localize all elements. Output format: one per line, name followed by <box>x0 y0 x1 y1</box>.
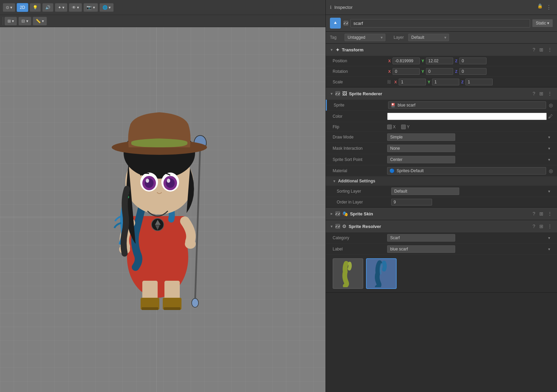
globe-tool-button[interactable]: 🌐 ▾ <box>99 3 114 12</box>
additional-settings-chevron: ▼ <box>333 179 336 183</box>
scale-z-input[interactable] <box>465 79 493 85</box>
scale-y-input[interactable] <box>432 79 459 85</box>
sprite-sort-point-select-wrapper: Center ▼ <box>387 156 553 163</box>
sprite-skin-enabled-checkbox[interactable]: ✓ <box>335 211 340 216</box>
transform-help-icon[interactable]: ? <box>532 46 536 53</box>
rotation-label: Rotation <box>333 69 387 74</box>
tag-select[interactable]: Untagged <box>345 34 385 41</box>
category-select-wrapper: Scarf ▼ <box>387 234 553 242</box>
rotation-z-label: Z <box>454 69 459 74</box>
material-field[interactable]: 🔵 Sprites-Default <box>387 167 546 175</box>
transform-title: Transform <box>342 47 364 52</box>
sprite-renderer-enabled-checkbox[interactable]: ✓ <box>335 91 340 96</box>
order-in-layer-input[interactable] <box>391 199 432 206</box>
sprite-skin-component: ▼ ✓ 🎭 Sprite Skin ? ⊞ ⋮ <box>326 208 557 220</box>
object-name-input[interactable] <box>350 19 530 28</box>
color-swatch[interactable] <box>387 113 547 120</box>
sprite-sort-point-row: Sprite Sort Point Center ▼ <box>326 154 557 165</box>
sprite-resolver-help-icon[interactable]: ? <box>532 223 536 230</box>
sprite-resolver-component: ▼ ✓ ⚙ Sprite Resolver ? ⊞ ⋮ Category Sca… <box>326 220 557 293</box>
material-name: Sprites-Default <box>397 168 424 173</box>
sprite-target-icon[interactable]: ◎ <box>549 102 553 108</box>
fx-tool-button[interactable]: ✦ ▾ <box>55 3 67 12</box>
sprite-resolver-header[interactable]: ▼ ✓ ⚙ Sprite Resolver ? ⊞ ⋮ <box>326 220 557 232</box>
dots-menu-icon[interactable]: ⋮ <box>545 3 553 11</box>
layer-select[interactable]: Default <box>408 34 449 41</box>
sprite-renderer-component: ▼ ✓ 🖼 Sprite Renderer ? ⊞ ⋮ Sprite 🎴 <box>326 87 557 208</box>
inspector-title: Inspector <box>334 5 352 10</box>
sprite-renderer-settings-icon[interactable]: ⊞ <box>539 90 544 97</box>
sprite-thumb-blue-scarf[interactable] <box>366 258 397 289</box>
hand-tool-button[interactable]: ⊙ ▾ <box>3 3 15 12</box>
additional-settings-header[interactable]: ▼ Additional Settings <box>326 177 557 186</box>
svg-rect-9 <box>142 307 158 310</box>
sorting-layer-select[interactable]: Default <box>391 187 459 195</box>
material-label: Material <box>333 168 387 173</box>
svg-point-12 <box>185 239 196 249</box>
svg-point-2 <box>192 298 198 307</box>
sprite-skin-help-icon[interactable]: ? <box>532 210 536 217</box>
material-icon: 🔵 <box>389 168 395 173</box>
sprite-skin-dots-icon[interactable]: ⋮ <box>547 210 553 217</box>
transform-settings-icon[interactable]: ⊞ <box>539 46 544 53</box>
color-picker-button[interactable]: 🖊 <box>548 114 553 119</box>
label-select[interactable]: blue scarf <box>387 245 455 253</box>
camera-tool-button[interactable]: 📷 ▾ <box>83 3 98 12</box>
category-select[interactable]: Scarf <box>387 234 455 242</box>
lock-icon[interactable]: 🔒 <box>537 3 543 11</box>
rotation-x-label: X <box>387 69 392 74</box>
object-name-row: ✓ Static ▾ <box>344 19 553 28</box>
sprite-renderer-help-icon[interactable]: ? <box>532 90 536 97</box>
object-icon <box>330 18 341 29</box>
rotation-row: Rotation X Y Z <box>326 66 557 77</box>
flip-x-group: X <box>387 125 396 129</box>
static-button[interactable]: Static ▾ <box>532 19 553 27</box>
grid-toggle-button[interactable]: ⊞ ▾ <box>4 17 17 26</box>
rotation-y-input[interactable] <box>426 68 453 75</box>
label-label: Label <box>333 247 387 251</box>
flip-x-checkbox[interactable] <box>387 125 392 129</box>
rotation-z-input[interactable] <box>459 68 487 75</box>
light-tool-button[interactable]: 💡 <box>30 3 41 12</box>
position-z-input[interactable] <box>459 58 487 64</box>
layer-label: Layer <box>394 35 405 40</box>
sprite-resolver-settings-icon[interactable]: ⊞ <box>539 223 544 230</box>
position-x-input[interactable] <box>393 58 420 64</box>
sprite-sort-point-select[interactable]: Center <box>387 156 455 163</box>
sprite-resolver-enabled-checkbox[interactable]: ✓ <box>335 224 340 229</box>
mask-interaction-select[interactable]: None <box>387 145 455 152</box>
sprite-field[interactable]: 🎴 blue scarf <box>388 101 546 109</box>
sprite-thumb-green-scarf[interactable] <box>333 258 363 289</box>
ruler-button[interactable]: 📏 ▾ <box>33 17 47 26</box>
order-in-layer-row: Order in Layer <box>326 197 557 207</box>
draw-mode-select[interactable]: Simple <box>387 133 455 141</box>
object-enabled-checkbox[interactable]: ✓ <box>344 21 348 26</box>
sprite-row: Sprite 🎴 blue scarf ◎ <box>327 100 557 111</box>
sorting-layer-select-wrapper: Default ▼ <box>391 187 553 195</box>
flip-label: Flip <box>333 125 387 129</box>
sprite-skin-header[interactable]: ▼ ✓ 🎭 Sprite Skin ? ⊞ ⋮ <box>326 208 557 220</box>
sprite-resolver-title: Sprite Resolver <box>349 224 381 229</box>
sprite-resolver-dots-icon[interactable]: ⋮ <box>547 223 553 230</box>
additional-settings-title: Additional Settings <box>338 179 375 183</box>
sprite-resolver-chevron: ▼ <box>330 225 333 228</box>
sprite-renderer-header[interactable]: ▼ ✓ 🖼 Sprite Renderer ? ⊞ ⋮ <box>326 87 557 100</box>
material-target-icon[interactable]: ◎ <box>549 168 553 174</box>
mask-interaction-label: Mask Interaction <box>333 146 387 151</box>
snap-button[interactable]: ⊟ ▾ <box>18 17 31 26</box>
rotation-x-input[interactable] <box>393 68 420 75</box>
flip-y-checkbox[interactable] <box>401 125 406 129</box>
sprite-skin-settings-icon[interactable]: ⊞ <box>539 210 544 217</box>
scale-x-input[interactable] <box>399 79 426 85</box>
position-y-input[interactable] <box>426 58 453 64</box>
scene-view[interactable] <box>0 27 325 392</box>
2d-mode-button[interactable]: 2D <box>17 3 28 12</box>
transform-body: Position X Y Z Rotation X Y Z <box>326 56 557 87</box>
sprite-resolver-body: Category Scarf ▼ Label blue scarf ▼ <box>326 232 557 292</box>
transform-header[interactable]: ▼ ✦ Transform ? ⊞ ⋮ <box>326 44 557 56</box>
transform-dots-icon[interactable]: ⋮ <box>547 46 553 53</box>
sprite-renderer-dots-icon[interactable]: ⋮ <box>547 90 553 97</box>
flip-y-group: Y <box>401 125 410 129</box>
audio-tool-button[interactable]: 🔊 <box>42 3 53 12</box>
eye-tool-button[interactable]: 👁 ▾ <box>69 3 82 12</box>
